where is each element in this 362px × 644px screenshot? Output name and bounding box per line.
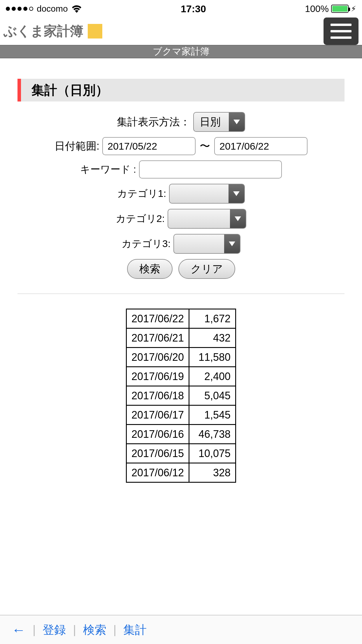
nav-register[interactable]: 登録: [43, 622, 66, 638]
chevron-down-icon: [229, 184, 244, 203]
keyword-row: キーワード :: [17, 160, 345, 178]
menu-button[interactable]: [324, 18, 359, 45]
value-cell: 1,545: [189, 405, 236, 425]
date-cell: 2017/06/18: [126, 386, 189, 405]
chevron-down-icon: [230, 209, 246, 228]
value-cell: 10,075: [189, 444, 236, 463]
category2-select[interactable]: [168, 209, 246, 229]
button-row: 検索 クリア: [17, 259, 345, 279]
nav-separator: |: [113, 623, 116, 636]
keyword-input[interactable]: [139, 160, 282, 178]
search-button[interactable]: 検索: [127, 259, 173, 279]
category1-row: カテゴリ1:: [17, 184, 345, 204]
app-title-wrap: ぶくま家計簿: [3, 22, 102, 40]
table-row[interactable]: 2017/06/221,672: [126, 309, 236, 328]
nav-separator: |: [73, 623, 76, 636]
table-row[interactable]: 2017/06/171,545: [126, 405, 236, 425]
category1-label: カテゴリ1:: [117, 187, 166, 200]
bottom-nav: ← | 登録 | 検索 | 集計: [0, 615, 362, 644]
page-subtitle: ブクマ家計簿: [153, 45, 210, 58]
app-logo-square: [88, 24, 102, 38]
signal-strength-icon: [6, 7, 33, 11]
date-range-label: 日付範囲:: [55, 139, 99, 153]
clock: 17:30: [181, 3, 206, 15]
section-header: 集計（日別）: [17, 79, 345, 102]
table-row[interactable]: 2017/06/1646,738: [126, 425, 236, 444]
table-row[interactable]: 2017/06/2011,580: [126, 348, 236, 367]
date-range-row: 日付範囲: 〜: [17, 137, 345, 155]
battery-icon: [331, 5, 349, 13]
date-cell: 2017/06/21: [126, 328, 189, 348]
display-method-select[interactable]: 日別: [193, 112, 245, 132]
back-button[interactable]: ←: [12, 622, 26, 638]
date-cell: 2017/06/20: [126, 348, 189, 367]
app-title: ぶくま家計簿: [3, 22, 83, 40]
category3-row: カテゴリ3:: [17, 234, 345, 254]
date-cell: 2017/06/22: [126, 309, 189, 328]
keyword-label: キーワード :: [80, 163, 136, 176]
table-row[interactable]: 2017/06/21432: [126, 328, 236, 348]
battery-percent: 100%: [305, 4, 329, 14]
category3-select[interactable]: [173, 234, 240, 254]
value-cell: 5,045: [189, 386, 236, 405]
value-cell: 2,400: [189, 367, 236, 386]
value-cell: 1,672: [189, 309, 236, 328]
date-tilde: 〜: [198, 139, 211, 153]
value-cell: 11,580: [189, 348, 236, 367]
value-cell: 46,738: [189, 425, 236, 444]
divider: [17, 293, 345, 294]
date-cell: 2017/06/12: [126, 463, 189, 482]
date-cell: 2017/06/17: [126, 405, 189, 425]
content: 集計（日別） 集計表示方法： 日別 日付範囲: 〜 キーワード : カテゴリ1:…: [0, 58, 362, 483]
summary-table: 2017/06/221,6722017/06/214322017/06/2011…: [126, 309, 236, 483]
category3-label: カテゴリ3:: [122, 237, 171, 251]
date-cell: 2017/06/16: [126, 425, 189, 444]
status-bar: docomo 17:30 100% ⚡︎: [0, 0, 362, 18]
table-row[interactable]: 2017/06/185,045: [126, 386, 236, 405]
clear-button[interactable]: クリア: [178, 259, 235, 279]
page-subtitle-bar: ブクマ家計簿: [0, 45, 362, 58]
display-method-row: 集計表示方法： 日別: [17, 112, 345, 132]
value-cell: 328: [189, 463, 236, 482]
chevron-down-icon: [229, 113, 245, 131]
nav-summary[interactable]: 集計: [123, 622, 147, 638]
nav-separator: |: [33, 623, 36, 636]
status-left: docomo: [6, 4, 82, 14]
display-method-label: 集計表示方法：: [117, 115, 190, 129]
date-cell: 2017/06/15: [126, 444, 189, 463]
date-cell: 2017/06/19: [126, 367, 189, 386]
date-from-input[interactable]: [102, 137, 196, 155]
value-cell: 432: [189, 328, 236, 348]
chevron-down-icon: [224, 235, 240, 253]
charging-icon: ⚡︎: [351, 4, 356, 13]
status-right: 100% ⚡︎: [305, 4, 356, 14]
category2-row: カテゴリ2:: [17, 209, 345, 229]
wifi-icon: [71, 5, 82, 13]
category2-label: カテゴリ2:: [116, 212, 165, 225]
category1-select[interactable]: [169, 184, 245, 204]
section-title: 集計（日別）: [31, 82, 108, 99]
app-header: ぶくま家計簿: [0, 18, 362, 45]
table-row[interactable]: 2017/06/192,400: [126, 367, 236, 386]
table-row[interactable]: 2017/06/1510,075: [126, 444, 236, 463]
date-to-input[interactable]: [214, 137, 307, 155]
carrier-label: docomo: [37, 4, 68, 14]
display-method-value: 日別: [194, 115, 229, 129]
nav-search[interactable]: 検索: [83, 622, 106, 638]
table-row[interactable]: 2017/06/12328: [126, 463, 236, 482]
